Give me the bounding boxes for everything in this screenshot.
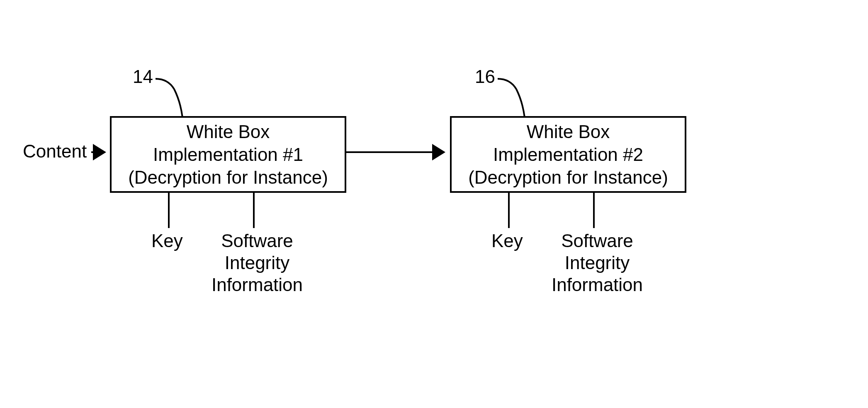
line-box2-software (593, 193, 595, 228)
software1-line2: Integrity (207, 252, 307, 274)
software-label-2: Software Integrity Information (547, 230, 647, 296)
box1-line2: Implementation #1 (153, 143, 303, 166)
line-box1-software (253, 193, 255, 228)
software1-line1: Software (207, 230, 307, 252)
ref-line-14 (153, 73, 191, 120)
arrow-box1-to-box2 (346, 150, 450, 163)
white-box-1: White Box Implementation #1 (Decryption … (110, 116, 346, 193)
ref-line-16 (496, 73, 533, 120)
box1-line1: White Box (187, 120, 270, 143)
block-diagram: Content 14 White Box Implementation #1 (… (23, 54, 844, 352)
box2-line2: Implementation #2 (493, 143, 643, 166)
line-box2-key (508, 193, 510, 228)
software-label-1: Software Integrity Information (207, 230, 307, 296)
key-label-1: Key (151, 230, 183, 252)
software2-line1: Software (547, 230, 647, 252)
box2-line3: (Decryption for Instance) (468, 166, 668, 189)
content-input-label: Content (23, 141, 87, 162)
ref-num-14: 14 (133, 66, 153, 87)
software2-line3: Information (547, 274, 647, 296)
white-box-2: White Box Implementation #2 (Decryption … (450, 116, 686, 193)
ref-num-16: 16 (475, 66, 495, 87)
box2-line1: White Box (527, 120, 610, 143)
software2-line2: Integrity (547, 252, 647, 274)
software1-line3: Information (207, 274, 307, 296)
line-box1-key (168, 193, 170, 228)
key-label-2: Key (491, 230, 523, 252)
arrow-content-to-box1 (91, 150, 112, 163)
box1-line3: (Decryption for Instance) (128, 166, 328, 189)
